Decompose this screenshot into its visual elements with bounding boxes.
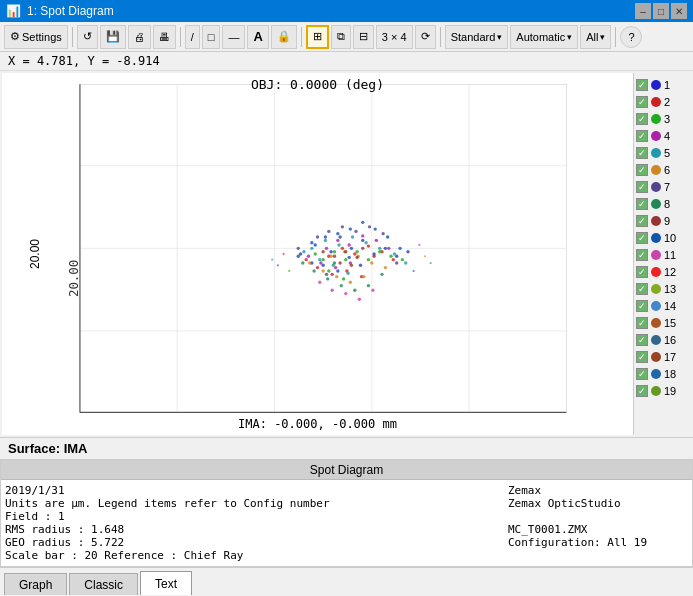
legend-number: 8 — [664, 198, 670, 210]
svg-point-59 — [324, 239, 327, 242]
legend-checkbox[interactable] — [636, 96, 648, 108]
legend-checkbox[interactable] — [636, 215, 648, 227]
automatic-dropdown[interactable]: Automatic — [510, 25, 578, 49]
svg-point-110 — [324, 235, 327, 238]
legend-checkbox[interactable] — [636, 232, 648, 244]
legend-number: 5 — [664, 147, 670, 159]
layout-button[interactable]: ⊟ — [353, 25, 374, 49]
legend-dot — [651, 80, 661, 90]
legend-item[interactable]: 15 — [636, 315, 689, 331]
svg-point-53 — [319, 261, 322, 264]
legend-checkbox[interactable] — [636, 113, 648, 125]
legend-checkbox[interactable] — [636, 164, 648, 176]
legend-checkbox[interactable] — [636, 300, 648, 312]
legend-checkbox[interactable] — [636, 266, 648, 278]
refresh-icon: ↺ — [83, 30, 92, 43]
toolbar-sep-2 — [180, 27, 181, 47]
legend-dot — [651, 216, 661, 226]
svg-point-45 — [314, 252, 317, 255]
svg-point-68 — [404, 261, 407, 264]
legend-checkbox[interactable] — [636, 147, 648, 159]
svg-point-23 — [384, 247, 387, 250]
rect-button[interactable]: □ — [202, 25, 221, 49]
line-button[interactable]: / — [185, 25, 200, 49]
maximize-button[interactable]: □ — [653, 3, 669, 19]
rotate-button[interactable]: ⟳ — [415, 25, 436, 49]
copy-button[interactable]: ⧉ — [331, 25, 351, 49]
help-icon: ? — [628, 31, 634, 43]
legend-checkbox[interactable] — [636, 368, 648, 380]
legend-item[interactable]: 6 — [636, 162, 689, 178]
legend-number: 7 — [664, 181, 670, 193]
minimize-button[interactable]: – — [635, 3, 651, 19]
lock-button[interactable]: 🔒 — [271, 25, 297, 49]
svg-point-48 — [325, 247, 328, 250]
legend-checkbox[interactable] — [636, 249, 648, 261]
legend-item[interactable]: 8 — [636, 196, 689, 212]
legend-item[interactable]: 17 — [636, 349, 689, 365]
svg-point-116 — [331, 289, 334, 292]
legend-item[interactable]: 12 — [636, 264, 689, 280]
legend-item[interactable]: 5 — [636, 145, 689, 161]
svg-point-50 — [347, 243, 350, 246]
svg-point-70 — [308, 261, 311, 264]
legend-number: 13 — [664, 283, 676, 295]
legend-checkbox[interactable] — [636, 130, 648, 142]
legend-item[interactable]: 16 — [636, 332, 689, 348]
svg-point-36 — [304, 258, 307, 261]
svg-point-82 — [341, 225, 344, 228]
standard-dropdown[interactable]: Standard — [445, 25, 509, 49]
svg-point-12 — [314, 243, 317, 246]
legend-checkbox[interactable] — [636, 181, 648, 193]
legend-checkbox[interactable] — [636, 351, 648, 363]
save-button[interactable]: 💾 — [100, 25, 126, 49]
legend-item[interactable]: 11 — [636, 247, 689, 263]
all-dropdown[interactable]: All — [580, 25, 611, 49]
legend-checkbox[interactable] — [636, 317, 648, 329]
grid-view-button[interactable]: ⊞ — [306, 25, 329, 49]
svg-point-109 — [386, 235, 389, 238]
legend-item[interactable]: 3 — [636, 111, 689, 127]
text-tool-button[interactable]: A — [247, 25, 268, 49]
legend-checkbox[interactable] — [636, 334, 648, 346]
grid-size-button[interactable]: 3 × 4 — [376, 25, 413, 49]
legend-item[interactable]: 4 — [636, 128, 689, 144]
legend-item[interactable]: 1 — [636, 77, 689, 93]
help-button[interactable]: ? — [620, 26, 642, 48]
legend-checkbox[interactable] — [636, 198, 648, 210]
svg-point-38 — [333, 250, 336, 253]
legend-number: 19 — [664, 385, 676, 397]
legend-item[interactable]: 7 — [636, 179, 689, 195]
save-icon: 💾 — [106, 30, 120, 43]
title-bar-controls[interactable]: – □ ✕ — [635, 3, 687, 19]
print2-button[interactable]: 🖶 — [153, 25, 176, 49]
legend-item[interactable]: 9 — [636, 213, 689, 229]
legend-checkbox[interactable] — [636, 283, 648, 295]
tab-classic[interactable]: Classic — [69, 573, 138, 595]
minus-button[interactable]: — — [222, 25, 245, 49]
svg-point-65 — [346, 272, 349, 275]
coord-bar: X = 4.781, Y = -8.914 — [0, 52, 693, 71]
info-title: Spot Diagram — [1, 461, 692, 480]
legend-checkbox[interactable] — [636, 79, 648, 91]
legend-item[interactable]: 10 — [636, 230, 689, 246]
close-button[interactable]: ✕ — [671, 3, 687, 19]
settings-button[interactable]: ⚙ Settings — [4, 25, 68, 49]
main-section: 20.00 — [0, 71, 693, 595]
legend-item[interactable]: 13 — [636, 281, 689, 297]
tab-graph[interactable]: Graph — [4, 573, 67, 595]
legend-number: 15 — [664, 317, 676, 329]
svg-point-112 — [310, 241, 313, 244]
legend-item[interactable]: 2 — [636, 94, 689, 110]
tab-bar: Graph Classic Text — [0, 567, 693, 595]
legend-item[interactable]: 14 — [636, 298, 689, 314]
legend-number: 16 — [664, 334, 676, 346]
tab-text[interactable]: Text — [140, 571, 192, 595]
legend-item[interactable]: 19 — [636, 383, 689, 399]
legend-checkbox[interactable] — [636, 385, 648, 397]
legend-item[interactable]: 18 — [636, 366, 689, 382]
svg-point-56 — [387, 247, 390, 250]
print-button[interactable]: 🖨 — [128, 25, 151, 49]
refresh-button[interactable]: ↺ — [77, 25, 98, 49]
svg-point-113 — [297, 255, 300, 258]
